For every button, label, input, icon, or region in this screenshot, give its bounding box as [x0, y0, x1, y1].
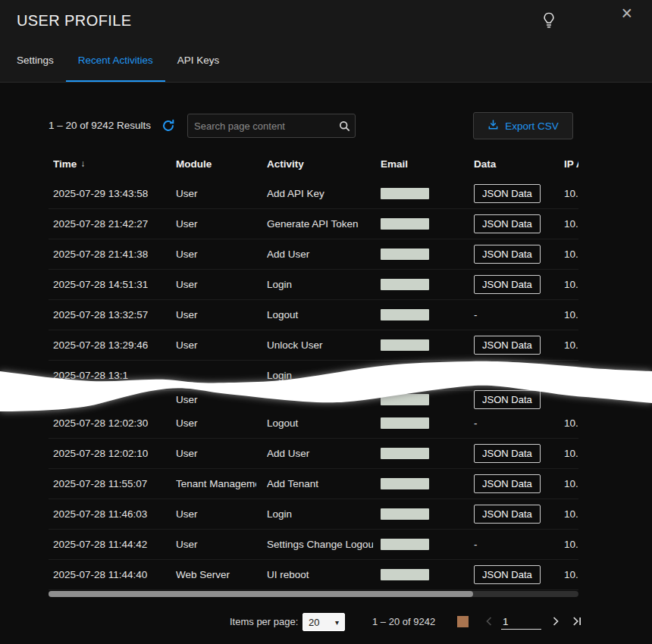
table-row: 2025-07-28 12:02:30UserLogout-10.	[49, 408, 578, 439]
table-row: UserJSON Data	[49, 391, 578, 408]
user-profile-modal: USER PROFILE × Settings Recent Activitie…	[0, 0, 652, 644]
redacted-email-block	[381, 508, 429, 520]
cell-activity: Logout	[267, 300, 373, 330]
cell-email	[381, 439, 465, 468]
cell-time	[53, 391, 171, 408]
sort-desc-icon: ↓	[80, 158, 85, 169]
cell-email	[381, 270, 465, 299]
table-row: 2025-07-28 14:51:31UserLoginJSON Data10.	[49, 270, 578, 300]
cell-email	[381, 391, 465, 408]
column-header-activity[interactable]: Activity	[267, 148, 373, 179]
next-page-button[interactable]	[546, 612, 566, 632]
cell-time: 2025-07-28 11:44:42	[53, 530, 171, 559]
refresh-button[interactable]	[161, 119, 176, 134]
cell-time: 2025-07-28 13:29:46	[53, 330, 171, 360]
table-row: 2025-07-29 13:43:58UserAdd API KeyJSON D…	[49, 179, 578, 209]
cell-activity: Generate API Token	[267, 209, 373, 239]
redacted-email-block	[381, 249, 429, 260]
horizontal-scrollbar-track[interactable]	[49, 591, 578, 597]
cell-data: JSON Data	[474, 499, 561, 529]
cell-module: User	[176, 330, 256, 360]
cell-module: User	[176, 270, 256, 299]
json-data-button[interactable]: JSON Data	[474, 336, 541, 355]
json-data-button[interactable]: JSON Data	[474, 275, 541, 294]
cell-activity: Login	[267, 270, 373, 299]
json-data-button[interactable]: JSON Data	[474, 474, 541, 493]
search-box	[187, 114, 356, 138]
search-input[interactable]	[188, 114, 334, 137]
cell-email	[381, 560, 465, 589]
table-row: 2025-07-28 21:42:27UserGenerate API Toke…	[49, 209, 578, 239]
previous-page-button[interactable]	[479, 612, 499, 632]
export-csv-button[interactable]: Export CSV	[473, 112, 573, 139]
cell-ip: 10.	[564, 209, 578, 239]
close-button[interactable]: ×	[621, 2, 632, 24]
json-data-button[interactable]: JSON Data	[474, 245, 541, 264]
column-header-module[interactable]: Module	[176, 148, 256, 179]
hint-lightbulb-button[interactable]	[539, 11, 559, 31]
json-data-button[interactable]: JSON Data	[474, 214, 541, 233]
items-per-page-value: 20	[309, 617, 319, 628]
pagination-swatch	[457, 616, 469, 627]
tab-api-keys[interactable]: API Keys	[165, 39, 232, 82]
cell-ip: 10.	[564, 239, 578, 269]
tab-recent-activities[interactable]: Recent Activities	[66, 39, 165, 82]
cell-email	[381, 499, 465, 529]
search-icon[interactable]	[334, 120, 355, 133]
column-header-time[interactable]: Time ↓	[53, 148, 171, 179]
cell-ip: 10.	[564, 530, 578, 559]
cell-time: 2025-07-28 11:44:40	[53, 560, 171, 589]
cell-time: 2025-07-28 12:02:30	[53, 408, 171, 438]
json-data-button[interactable]: JSON Data	[474, 565, 541, 584]
redacted-email-block	[381, 339, 429, 351]
cell-ip: 10.	[564, 179, 578, 208]
column-header-email[interactable]: Email	[381, 148, 465, 179]
items-per-page-select[interactable]: 20 ▾	[302, 613, 345, 631]
page-range-text: 1 – 20 of 9242	[372, 606, 435, 638]
cell-module: User	[176, 530, 256, 559]
cell-ip: 10.	[564, 330, 578, 360]
cell-email	[381, 179, 465, 208]
cell-activity: Add API Key	[267, 179, 373, 208]
json-data-button[interactable]: JSON Data	[474, 390, 541, 409]
cell-email	[381, 330, 465, 360]
cell-activity: Login	[267, 361, 373, 390]
horizontal-scrollbar-thumb[interactable]	[49, 591, 473, 597]
table-row: 2025-07-28 11:44:40Web ServerUI rebootJS…	[49, 560, 578, 590]
cell-email	[381, 361, 465, 390]
column-header-data[interactable]: Data	[474, 148, 561, 179]
cell-activity: Login	[267, 499, 373, 529]
cell-ip: 10.	[564, 300, 578, 330]
cell-ip	[564, 391, 578, 408]
redacted-email-block	[381, 478, 429, 489]
table-header-row: Time ↓ Module Activity Email Data IP Add…	[49, 148, 578, 179]
cell-activity: Logout	[267, 408, 373, 438]
cell-time: 2025-07-28 11:46:03	[53, 499, 171, 529]
last-page-icon	[569, 614, 585, 631]
chevron-right-icon	[548, 614, 563, 631]
cell-data: JSON Data	[474, 469, 561, 499]
table-body: 2025-07-29 13:43:58UserAdd API KeyJSON D…	[49, 179, 578, 590]
json-data-button[interactable]: JSON Data	[474, 444, 541, 463]
table-row: 2025-07-28 13:32:57UserLogout-10.	[49, 300, 578, 330]
json-data-button[interactable]: JSON Data	[474, 184, 541, 203]
cell-activity: UI reboot	[267, 560, 373, 589]
cell-email	[381, 300, 465, 330]
chevron-left-icon	[481, 614, 497, 631]
tab-settings[interactable]: Settings	[5, 39, 66, 82]
cell-data: JSON Data	[474, 239, 561, 269]
last-page-button[interactable]	[567, 612, 587, 632]
table-row: 2025-07-28 11:55:07Tenant ManagementAdd …	[49, 469, 578, 499]
cell-email	[381, 530, 465, 559]
json-data-button[interactable]: JSON Data	[474, 505, 541, 524]
redacted-email-block	[381, 539, 429, 550]
column-header-ip[interactable]: IP Address	[564, 148, 578, 179]
page-number-input[interactable]	[501, 614, 541, 630]
close-icon: ×	[621, 2, 632, 23]
modal-header: USER PROFILE ×	[0, 0, 652, 39]
table-row: 2025-07-28 13:1Login	[49, 361, 578, 391]
chevron-down-icon: ▾	[335, 618, 339, 627]
cell-data: JSON Data	[474, 391, 561, 408]
cell-data: JSON Data	[474, 560, 561, 589]
toolbar: 1 – 20 of 9242 Results	[49, 111, 603, 141]
